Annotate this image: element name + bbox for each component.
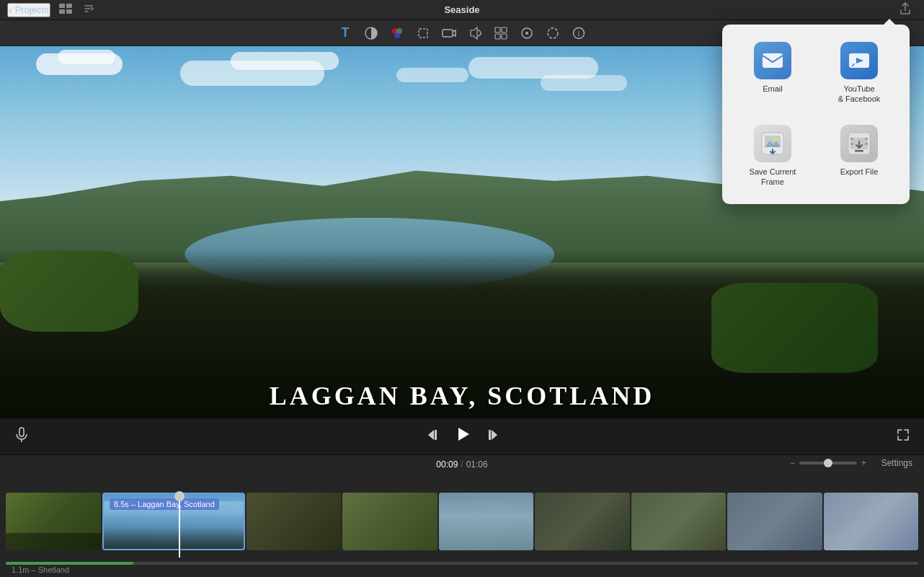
current-time: 00:09 — [436, 459, 458, 470]
svg-rect-36 — [850, 138, 853, 140]
color-tool-button[interactable] — [386, 23, 409, 43]
share-export-item[interactable]: Export File — [820, 119, 898, 193]
svg-rect-40 — [855, 150, 863, 152]
svg-point-16 — [548, 28, 558, 38]
svg-rect-11 — [502, 27, 507, 32]
cloud — [541, 75, 627, 91]
progress-track[interactable] — [6, 562, 918, 565]
sort-button[interactable] — [81, 2, 97, 18]
export-share-label: Export File — [840, 167, 879, 177]
settings-button[interactable]: Settings — [881, 458, 912, 468]
fullscreen-icon — [897, 428, 910, 441]
youtube-icon-svg — [848, 50, 871, 71]
play-button[interactable] — [455, 426, 471, 446]
clip-7[interactable] — [631, 493, 727, 550]
svg-rect-12 — [495, 34, 500, 39]
save-frame-share-icon — [754, 125, 791, 162]
cloud — [231, 52, 339, 70]
fullscreen-button[interactable] — [897, 428, 910, 444]
progress-fill — [6, 562, 133, 565]
video-title-overlay: Laggan Bay, Scotland — [0, 381, 924, 411]
svg-rect-25 — [489, 430, 491, 440]
clip-6[interactable] — [535, 493, 630, 550]
title-bar-right — [897, 1, 914, 19]
stabilize-tool-button[interactable] — [515, 23, 538, 43]
noise-tool-button[interactable] — [541, 23, 564, 43]
zoom-bar[interactable] — [799, 462, 857, 464]
filter-tool-button[interactable] — [360, 23, 383, 43]
svg-rect-19 — [19, 428, 24, 436]
svg-rect-0 — [59, 4, 65, 8]
share-email-item[interactable]: Email — [734, 36, 812, 110]
time-separator: / — [461, 459, 463, 470]
title-bar: ‹ Projects Seaside — [0, 0, 924, 20]
svg-rect-1 — [66, 4, 72, 8]
audio-icon — [468, 27, 481, 40]
svg-rect-10 — [495, 27, 500, 32]
bottom-section: 00:09 / 01:06 − + Settings 8.5s – Laggan… — [0, 454, 924, 577]
svg-rect-22 — [435, 430, 437, 440]
clip-8[interactable] — [727, 493, 822, 550]
stabilize-icon — [520, 27, 533, 40]
zoom-minus[interactable]: − — [790, 458, 795, 468]
share-button[interactable] — [897, 1, 914, 19]
clip-9[interactable] — [824, 493, 919, 550]
rewind-icon — [427, 428, 440, 441]
info-icon: i — [572, 27, 585, 40]
microphone-icon — [14, 427, 29, 443]
time-display: 00:09 / 01:06 − + Settings — [0, 455, 924, 472]
text-tool-icon: T — [342, 25, 350, 40]
rewind-button[interactable] — [427, 428, 440, 445]
svg-point-15 — [525, 32, 528, 35]
svg-marker-23 — [458, 428, 469, 441]
clip-3[interactable] — [246, 493, 342, 550]
clip-1[interactable] — [6, 493, 101, 550]
project-label: 1.1m – Shetland — [12, 565, 69, 574]
controls-center — [427, 426, 498, 446]
svg-rect-3 — [66, 9, 72, 14]
zoom-handle[interactable] — [824, 459, 832, 467]
svg-point-7 — [394, 32, 400, 38]
svg-rect-39 — [865, 143, 868, 145]
back-arrow-icon: ‹ — [9, 4, 12, 16]
microphone-button[interactable] — [14, 427, 29, 446]
svg-rect-2 — [59, 9, 65, 14]
svg-point-33 — [773, 137, 778, 141]
crop-icon — [417, 27, 430, 40]
share-save-frame-item[interactable]: Save Current Frame — [734, 119, 812, 193]
filter-icon — [365, 27, 378, 40]
moss-patch — [0, 250, 138, 332]
back-button[interactable]: ‹ Projects — [7, 3, 50, 17]
save-frame-icon-svg — [760, 131, 786, 157]
youtube-share-label: YouTube& Facebook — [838, 84, 881, 105]
export-share-icon — [840, 125, 878, 162]
clip-5[interactable] — [439, 493, 534, 550]
crop-tool-button[interactable] — [412, 23, 435, 43]
zoom-plus[interactable]: + — [861, 458, 866, 468]
progress-bar-area — [0, 558, 924, 569]
export-icon-svg — [846, 131, 872, 157]
svg-marker-24 — [492, 430, 497, 440]
camera-tool-button[interactable] — [437, 23, 461, 43]
view-toggle-button[interactable] — [56, 2, 75, 18]
svg-rect-37 — [850, 143, 853, 145]
clip-4[interactable] — [342, 493, 437, 550]
share-youtube-item[interactable]: YouTube& Facebook — [820, 36, 898, 110]
svg-rect-8 — [419, 29, 427, 38]
svg-rect-13 — [502, 34, 507, 39]
share-popover: Email YouTube& Facebook — [722, 25, 910, 204]
svg-rect-38 — [865, 138, 868, 140]
svg-rect-9 — [443, 30, 453, 37]
controls-right — [897, 428, 910, 444]
info-tool-button[interactable]: i — [567, 23, 590, 43]
svg-rect-26 — [763, 53, 783, 68]
forward-button[interactable] — [485, 428, 498, 445]
window-title: Seaside — [444, 4, 479, 15]
playhead-handle[interactable] — [174, 491, 185, 501]
cloud — [58, 50, 115, 64]
noise-icon — [546, 27, 559, 40]
speed-tool-button[interactable] — [489, 23, 512, 43]
text-tool-button[interactable]: T — [334, 23, 357, 43]
audio-tool-button[interactable] — [463, 23, 487, 43]
timeline-area[interactable]: 8.5s – Laggan Bay, Scotland — [0, 493, 924, 558]
